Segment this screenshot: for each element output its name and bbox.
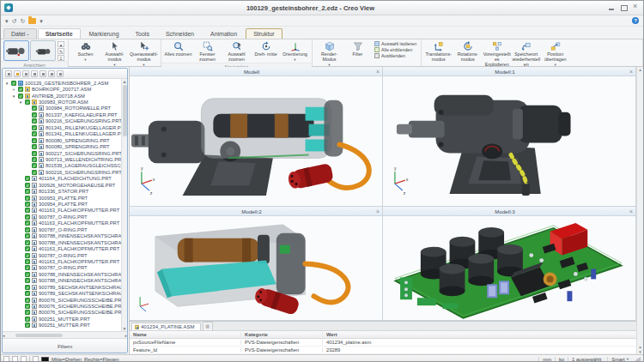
tree-checkbox[interactable] — [25, 100, 30, 105]
column-wert[interactable]: Wert — [323, 332, 636, 337]
tree-checkbox[interactable] — [25, 278, 30, 283]
tree-item[interactable]: ▾ 100129_GESTEINSBOHRER_2.ASM — [3, 80, 121, 86]
viewport-header[interactable]: Modell:2 × — [130, 207, 382, 216]
resize-grip[interactable] — [635, 356, 641, 362]
tree-checkbox[interactable] — [25, 208, 30, 213]
tree-checkbox[interactable] — [32, 112, 37, 118]
tree-item[interactable]: 900251_MUTTER.PRT — [3, 323, 121, 329]
viewport-close-icon[interactable]: × — [374, 208, 382, 214]
tree-checkbox[interactable] — [25, 285, 30, 290]
selection-filter-dropdown[interactable]: Smart▾ — [607, 357, 632, 362]
tree-checkbox[interactable] — [25, 317, 30, 322]
viewport-canvas[interactable] — [130, 216, 382, 320]
tree-item[interactable]: 401163_FLACHKOPFMUTTER.PRT — [3, 245, 121, 251]
tree-checkbox[interactable] — [25, 196, 30, 201]
ribbon-tab[interactable]: Markierung — [82, 28, 127, 39]
tree-checkbox[interactable] — [32, 118, 37, 124]
tree-expander-icon[interactable]: + — [11, 87, 16, 92]
tree-expander-icon[interactable]: ▾ — [18, 100, 23, 105]
tree-checkbox[interactable] — [32, 163, 37, 168]
tree-item[interactable]: 300953_PLATTE.PRT — [3, 195, 121, 201]
tree-item[interactable]: 900251_MUTTER.PRT — [3, 316, 121, 322]
tree-checkbox[interactable] — [25, 202, 30, 207]
tree-item[interactable]: 900217_SICHERUNGSRING.PRT — [3, 150, 121, 156]
ribbon-tab[interactable]: Startseite — [38, 28, 81, 39]
undo-icon[interactable]: ↺ — [12, 18, 17, 24]
status-page-icon-2[interactable] — [12, 356, 18, 362]
ribbon-tab[interactable]: Animation — [203, 28, 245, 39]
tree-item[interactable]: 900789_SECHSKANTSENKSCHRAUBE — [3, 290, 121, 296]
tree-item[interactable]: 300954_PLATTE.PRT — [3, 201, 121, 207]
tree-checkbox[interactable] — [25, 272, 30, 277]
ribbon-button[interactable]: Dreh- mitte — [252, 40, 280, 63]
tree-item[interactable]: 900788_INNENSECHSKANTSCHRAUBE — [3, 278, 121, 284]
status-screen-icon[interactable] — [33, 356, 39, 362]
view-up-icon[interactable]: ▴ — [58, 41, 64, 47]
tree-toolbar-icon-7[interactable] — [57, 70, 64, 77]
ribbon-tab[interactable]: Tools — [128, 28, 157, 39]
tree-checkbox[interactable] — [32, 170, 37, 175]
ribbon-button[interactable]: Orientierung ▾ — [281, 40, 309, 63]
tree-checkbox[interactable] — [25, 233, 30, 238]
tree-item[interactable]: 801341_RILLENKUGELLAGER.PRT — [3, 124, 121, 130]
properties-tab[interactable]: 401234_PLATINE.ASM — [131, 323, 201, 330]
tree-checkbox[interactable] — [25, 189, 30, 194]
background-color-swatch[interactable] — [41, 357, 49, 362]
tree-item[interactable]: 900788_INNENSECHSKANTSCHRAUBE — [3, 239, 121, 245]
viewport-modell-1[interactable]: Modell:1 × — [383, 67, 636, 207]
tree-item[interactable]: 401163_FLACHKOPFMUTTER.PRT — [3, 258, 121, 264]
tree-item[interactable]: 900788_INNENSECHSKANTSCHRAUBE — [3, 271, 121, 277]
tree-item[interactable]: 401163_FLACHKOPFMUTTER.PRT — [3, 208, 121, 214]
tree-checkbox[interactable] — [32, 131, 37, 136]
close-icon[interactable] — [632, 4, 640, 11]
ribbon-button[interactable]: Alles zoomen — [164, 40, 192, 63]
tree-expander-icon[interactable]: ▾ — [4, 81, 9, 86]
main-vertical-scrollbar[interactable]: ▴▴▾ — [636, 67, 643, 354]
tree-checkbox[interactable] — [11, 81, 16, 86]
viewport-canvas[interactable] — [383, 216, 635, 320]
customize-icon[interactable]: ▾ — [5, 18, 9, 24]
view-thumbnail-1[interactable] — [3, 40, 29, 61]
tree-item[interactable]: 801336_STATOR.PRT — [3, 188, 121, 194]
tree-item[interactable]: 900787_O-RING.PRT — [3, 265, 121, 271]
tree-item[interactable]: + BOHRKOPF_200717.ASM — [3, 86, 121, 92]
viewport-modell[interactable]: Modell × — [130, 67, 383, 207]
ribbon-button[interactable]: Filter — [343, 40, 372, 67]
tree-checkbox[interactable] — [32, 138, 37, 143]
tree-horizontal-scrollbar[interactable]: ◂▸ — [3, 331, 127, 338]
viewport-modell-3[interactable]: Modell:3 × — [383, 207, 636, 321]
tree-checkbox[interactable] — [32, 144, 37, 149]
ribbon-button[interactable]: Auswahl zoomen — [222, 40, 251, 63]
redo-icon[interactable]: ↻ — [20, 18, 25, 24]
tree-item[interactable]: 900789_SECHSKANTSENKSCHRAUBE — [3, 284, 121, 290]
tree-checkbox[interactable] — [25, 246, 30, 251]
tree-checkbox[interactable] — [25, 304, 30, 309]
ribbon-tab[interactable]: Schneiden — [158, 28, 202, 39]
tree-checkbox[interactable] — [25, 227, 30, 232]
ribbon-tab[interactable]: Datei - — [3, 28, 37, 39]
view-thumbnail-2[interactable] — [30, 40, 56, 61]
tree-item[interactable]: 300984_ROTORWELLE.PRT — [3, 106, 121, 112]
tree-toolbar-icon-2[interactable] — [14, 70, 21, 77]
properties-secondary-tab[interactable]: ▥ — [203, 322, 213, 330]
tree-toolbar-icon-6[interactable] — [48, 70, 55, 77]
viewport-header[interactable]: Modell × — [130, 67, 382, 76]
tree-item[interactable]: 800080_SPRENGRING.PRT — [3, 143, 121, 149]
tree-expander-icon[interactable]: ▾ — [11, 94, 16, 99]
qat-dropdown-icon[interactable]: ▾ — [39, 18, 43, 24]
tree-toolbar-icon-3[interactable] — [22, 70, 29, 77]
tree-item[interactable]: 800076_SICHERUNGSSCHEIBE.PRT — [3, 310, 121, 316]
tree-item[interactable]: ▾ 300983_ROTOR.ASM — [3, 99, 121, 105]
viewport-canvas[interactable]: y x z — [383, 76, 635, 206]
tree-item[interactable]: 801341_RILLENKUGELLAGER.PRT — [3, 131, 121, 137]
tree-checkbox[interactable] — [25, 259, 30, 264]
tree-item[interactable]: 800080_SPRENGRING.PRT — [3, 137, 121, 143]
tree-item[interactable]: 401164_FLACHDICHTUNG.PRT — [3, 176, 121, 182]
tree-toolbar-icon-5[interactable] — [39, 70, 46, 77]
open-folder-icon[interactable] — [28, 18, 36, 24]
view-count-badge[interactable]: 1 — [58, 55, 64, 61]
help-icon[interactable]: ? — [632, 17, 639, 24]
column-kategorie[interactable]: Kategorie — [241, 332, 323, 337]
tree-item[interactable]: 900787_O-RING.PRT — [3, 226, 121, 232]
tree-checkbox[interactable] — [25, 310, 30, 315]
